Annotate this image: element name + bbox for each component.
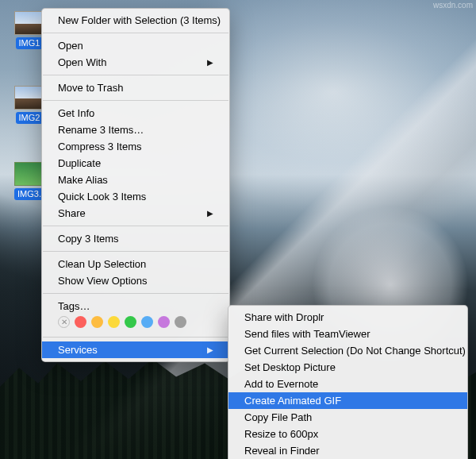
desktop-file-3[interactable]: IMG3. [14,162,44,202]
services-create-animated-gif[interactable]: Create Animated GIF [228,392,467,409]
services-set-desktop-picture[interactable]: Set Desktop Picture [228,359,467,376]
tag-gray[interactable] [175,316,186,328]
menu-separator [43,75,228,75]
menu-item-label: New Folder with Selection (3 Items) [58,14,221,27]
menu-separator [43,251,228,252]
menu-item-label: Set Desktop Picture [244,361,336,374]
menu-new-folder[interactable]: New Folder with Selection (3 Items) [42,12,229,29]
menu-item-label: Quick Look 3 Items [58,190,146,203]
services-get-current-selection[interactable]: Get Current Selection (Do Not Change Sho… [228,342,467,359]
file-thumbnail [14,11,44,35]
menu-services[interactable]: Services ▶ [42,341,229,358]
menu-show-view-options[interactable]: Show View Options [42,272,229,289]
menu-item-label: Open [58,39,83,52]
menu-item-label: Compress 3 Items [58,140,141,153]
tag-orange[interactable] [91,316,103,328]
menu-separator [43,33,228,33]
services-share-droplr[interactable]: Share with Droplr [228,309,467,326]
menu-item-label: Share with Droplr [244,310,324,324]
services-send-teamviewer[interactable]: Send files with TeamViewer [228,326,467,342]
file-label: IMG1 [16,37,44,49]
menu-compress[interactable]: Compress 3 Items [42,138,229,155]
menu-copy[interactable]: Copy 3 Items [42,230,229,247]
menu-item-label: Rename 3 Items… [58,123,144,137]
menu-item-label: Duplicate [58,156,101,170]
menu-open[interactable]: Open [42,37,229,54]
menu-separator [43,337,228,338]
x-icon: ✕ [61,318,67,326]
chevron-right-icon: ▶ [207,346,213,354]
menu-item-label: Move to Trash [58,81,123,94]
menu-item-label: Copy File Path [244,411,312,424]
tag-red[interactable] [75,316,86,328]
desktop-file-2[interactable]: IMG2 [14,86,44,126]
services-add-to-evernote[interactable]: Add to Evernote [228,376,467,392]
file-label: IMG3. [14,188,44,200]
chevron-right-icon: ▶ [207,59,213,67]
file-thumbnail [14,86,44,110]
menu-item-label: Tags… [58,299,90,313]
services-resize-600[interactable]: Resize to 600px [228,426,467,442]
menu-item-label: Get Current Selection (Do Not Change Sho… [244,344,466,357]
menu-duplicate[interactable]: Duplicate [42,155,229,172]
menu-item-label: Get Info [58,106,94,120]
tag-green[interactable] [125,316,136,328]
menu-item-label: Create Animated GIF [244,394,341,407]
tag-clear-icon[interactable]: ✕ [58,316,70,328]
menu-share[interactable]: Share ▶ [42,205,229,222]
desktop-file-1[interactable]: IMG1 [14,11,44,52]
menu-make-alias[interactable]: Make Alias [42,172,229,188]
file-thumbnail [14,162,44,186]
services-submenu: Share with Droplr Send files with TeamVi… [228,305,468,459]
menu-separator [43,100,228,101]
menu-move-to-trash[interactable]: Move to Trash [42,79,229,96]
menu-item-label: Clean Up Selection [58,257,146,271]
tag-purple[interactable] [158,316,170,328]
chevron-right-icon: ▶ [207,210,213,218]
menu-tags[interactable]: Tags… [42,298,229,314]
tag-blue[interactable] [141,316,153,328]
services-reveal-finder[interactable]: Reveal in Finder [228,442,467,459]
file-label: IMG2 [16,112,44,124]
menu-item-label: Show View Options [58,274,148,287]
context-menu: New Folder with Selection (3 Items) Open… [41,8,230,362]
menu-item-label: Services [58,343,98,357]
menu-get-info[interactable]: Get Info [42,105,229,122]
menu-item-label: Resize to 600px [244,427,318,441]
menu-clean-up[interactable]: Clean Up Selection [42,256,229,272]
services-copy-file-path[interactable]: Copy File Path [228,409,467,426]
tags-color-row: ✕ [42,314,229,333]
menu-item-label: Reveal in Finder [244,444,320,457]
menu-separator [43,293,228,294]
menu-item-label: Open With [58,56,106,69]
tag-yellow[interactable] [108,316,120,328]
menu-quick-look[interactable]: Quick Look 3 Items [42,188,229,205]
menu-item-label: Send files with TeamViewer [244,327,370,341]
menu-item-label: Copy 3 Items [58,232,119,245]
menu-item-label: Share [58,206,86,220]
menu-separator [43,226,228,226]
watermark: wsxdn.com [433,1,473,10]
menu-item-label: Make Alias [58,173,108,187]
menu-item-label: Add to Evernote [244,377,318,391]
menu-open-with[interactable]: Open With ▶ [42,54,229,71]
menu-rename[interactable]: Rename 3 Items… [42,122,229,138]
